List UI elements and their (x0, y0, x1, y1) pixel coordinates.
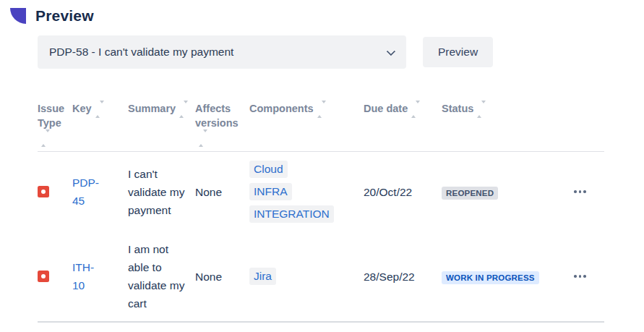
column-label: Summary (128, 103, 176, 114)
column-label: Components (249, 103, 314, 114)
sort-arrows-icon[interactable] (41, 131, 50, 145)
page-header: Preview (0, 0, 644, 25)
issue-select-value: PDP-58 - I can't validate my payment (49, 46, 233, 59)
ellipsis-icon[interactable] (571, 186, 589, 197)
status-badge: WORK IN PROGRESS (442, 271, 539, 285)
column-label: Status (442, 103, 473, 114)
page-title: Preview (35, 7, 94, 25)
issue-key-link[interactable]: PDP-45 (72, 174, 104, 210)
column-header-summary[interactable]: Summary (128, 101, 195, 152)
component-link[interactable]: INFRA (249, 183, 292, 200)
due-date-cell: 28/Sep/22 (364, 231, 442, 322)
components-cell: Cloud INFRA INTEGRATION (249, 152, 364, 232)
bug-icon (38, 271, 49, 282)
column-header-components[interactable]: Components (249, 101, 364, 152)
issue-key-link[interactable]: ITH-10 (72, 258, 104, 294)
issue-type-cell (38, 231, 72, 322)
status-cell: WORK IN PROGRESS (442, 231, 571, 322)
summary-cell: I am not able to validate my cart (128, 231, 195, 322)
status-badge: REOPENED (442, 187, 498, 200)
affects-versions-cell: None (195, 152, 249, 232)
table-row: ITH-10 I am not able to validate my cart… (38, 231, 604, 322)
component-link[interactable]: INTEGRATION (249, 205, 334, 223)
preview-button[interactable]: Preview (423, 37, 493, 67)
actions-cell (571, 231, 604, 322)
sort-arrows-icon[interactable] (179, 102, 188, 116)
sort-arrows-icon[interactable] (317, 102, 326, 116)
column-header-actions (571, 101, 604, 152)
components-cell: Jira (249, 231, 364, 322)
ellipsis-icon[interactable] (571, 271, 589, 282)
sort-arrows-icon[interactable] (411, 102, 420, 116)
component-link[interactable]: Jira (249, 268, 276, 285)
column-header-status[interactable]: Status (442, 101, 571, 152)
component-link[interactable]: Cloud (249, 161, 288, 178)
sort-arrows-icon[interactable] (477, 102, 486, 116)
quarter-circle-icon (10, 8, 26, 24)
due-date-cell: 20/Oct/22 (364, 152, 442, 232)
table-header-row: Issue Type Key Summary Affects versions … (38, 101, 604, 152)
sort-arrows-icon[interactable] (95, 102, 104, 116)
issue-type-cell (38, 152, 72, 232)
column-label: Affects versions (195, 103, 239, 129)
key-cell: ITH-10 (72, 231, 128, 322)
bug-icon (38, 186, 49, 197)
issue-select[interactable]: PDP-58 - I can't validate my payment (38, 35, 406, 69)
summary-cell: I can't validate my payment (128, 152, 195, 232)
column-header-due-date[interactable]: Due date (364, 101, 442, 152)
column-label: Due date (364, 103, 408, 114)
status-cell: REOPENED (442, 152, 571, 232)
actions-cell (571, 152, 604, 232)
preview-controls: PDP-58 - I can't validate my payment Pre… (38, 35, 644, 69)
column-header-key[interactable]: Key (72, 101, 128, 152)
sort-arrows-icon[interactable] (199, 131, 207, 145)
issues-table: Issue Type Key Summary Affects versions … (38, 101, 604, 323)
column-header-issue-type[interactable]: Issue Type (38, 101, 72, 152)
column-label: Issue Type (38, 103, 64, 129)
column-header-affects-versions[interactable]: Affects versions (195, 101, 249, 152)
chevron-down-icon (387, 46, 396, 56)
table-row: PDP-45 I can't validate my payment None … (38, 152, 604, 232)
column-label: Key (72, 103, 92, 114)
key-cell: PDP-45 (72, 152, 128, 232)
affects-versions-cell: None (195, 231, 249, 322)
